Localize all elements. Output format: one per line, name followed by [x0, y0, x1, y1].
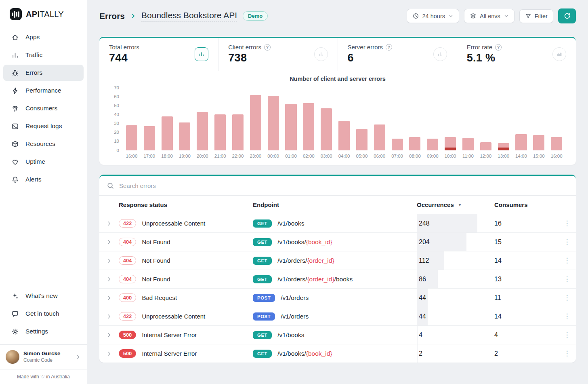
apitally-logo[interactable]: APITALLY: [0, 0, 87, 28]
chart-bar[interactable]: [176, 88, 194, 150]
column-consumers[interactable]: Consumers: [494, 201, 558, 208]
y-axis-label: 40: [114, 112, 119, 117]
sidebar-item-consumers[interactable]: Consumers: [3, 100, 84, 116]
status-code-badge: 404: [119, 238, 136, 246]
chart-bar[interactable]: [158, 88, 176, 150]
chart-bar[interactable]: [317, 88, 335, 150]
table-row[interactable]: 404 Not Found GET /v1/orders/{order_id}/…: [99, 270, 576, 288]
x-axis-label: 14:00: [512, 154, 530, 158]
sidebar-item-get-in-touch[interactable]: Get in touch: [3, 306, 84, 322]
table-row[interactable]: 500 Internal Server Error GET /v1/books/…: [99, 344, 576, 363]
help-icon[interactable]: ?: [386, 44, 392, 51]
errors-overview-card: Total errors 744 Client errors? 738 Serv…: [99, 37, 576, 165]
x-axis-label: 16:00: [123, 154, 141, 158]
search-input[interactable]: [119, 182, 569, 189]
x-axis-label: 04:00: [335, 154, 353, 158]
chart-bar[interactable]: [193, 88, 211, 150]
stat-client-errors[interactable]: Client errors? 738: [218, 38, 337, 71]
sidebar-item-request-logs[interactable]: Request logs: [3, 118, 84, 134]
column-endpoint[interactable]: Endpoint: [253, 201, 417, 208]
expand-chevron-icon[interactable]: [106, 239, 112, 245]
chart-bar[interactable]: [477, 88, 495, 150]
expand-chevron-icon[interactable]: [106, 257, 112, 264]
chart-bar[interactable]: [265, 88, 282, 150]
stat-total-errors[interactable]: Total errors 744: [99, 38, 218, 71]
expand-chevron-icon[interactable]: [106, 220, 112, 227]
stat-server-errors[interactable]: Server errors? 6: [338, 38, 457, 71]
stat-error-rate[interactable]: Error rate? 5.1 %: [457, 38, 576, 71]
status-text: Unprocessable Content: [142, 220, 205, 227]
sidebar-item-alerts[interactable]: Alerts: [3, 171, 84, 188]
breadcrumb-errors[interactable]: Errors: [99, 11, 125, 21]
chart-bar[interactable]: [495, 88, 512, 150]
sidebar-item-uptime[interactable]: Uptime: [3, 154, 84, 170]
sidebar-spacer: [0, 188, 87, 287]
chart-bar[interactable]: [123, 88, 141, 150]
x-axis-label: 16:00: [548, 154, 565, 158]
kebab-menu-icon[interactable]: ⋮: [564, 238, 571, 245]
expand-chevron-icon[interactable]: [106, 313, 112, 320]
endpoint-path: /v1/orders: [281, 313, 309, 320]
help-icon[interactable]: ?: [495, 44, 502, 51]
sidebar-item-settings[interactable]: Settings: [3, 323, 84, 340]
search-icon: [107, 182, 114, 190]
chart-plot-area: 16:0017:0018:0019:0020:0021:0022:0023:00…: [123, 88, 565, 158]
chart-bar[interactable]: [459, 88, 477, 150]
chart-bar[interactable]: [353, 88, 371, 150]
kebab-menu-icon[interactable]: ⋮: [564, 331, 571, 338]
sidebar-item-resources[interactable]: Resources: [3, 136, 84, 152]
chart-bar[interactable]: [388, 88, 406, 150]
column-occurrences[interactable]: Occurrences▾: [417, 196, 494, 214]
sidebar-item-performance[interactable]: Performance: [3, 82, 84, 99]
sidebar-item-traffic[interactable]: Traffic: [3, 47, 84, 63]
kebab-menu-icon[interactable]: ⋮: [564, 350, 571, 357]
expand-chevron-icon[interactable]: [106, 295, 112, 301]
table-row[interactable]: 404 Not Found GET /v1/orders/{order_id} …: [99, 251, 576, 270]
chart-bar[interactable]: [229, 88, 247, 150]
expand-chevron-icon[interactable]: [106, 350, 112, 357]
column-response-status[interactable]: Response status: [119, 201, 253, 208]
kebab-menu-icon[interactable]: ⋮: [564, 294, 571, 301]
expand-chevron-icon[interactable]: [106, 276, 112, 283]
sidebar-item-apps[interactable]: Apps: [3, 29, 84, 45]
chart-bar[interactable]: [441, 88, 459, 150]
table-row[interactable]: 404 Not Found GET /v1/books/{book_id} 20…: [99, 232, 576, 251]
sidebar-item-label: What's new: [25, 292, 58, 300]
sidebar-item-label: Uptime: [25, 158, 45, 165]
expand-chevron-icon[interactable]: [106, 332, 112, 338]
chevron-right-icon: [75, 354, 81, 360]
chart-bar[interactable]: [512, 88, 530, 150]
chart-bar[interactable]: [335, 88, 353, 150]
x-axis-label: 10:00: [441, 154, 459, 158]
refresh-button[interactable]: [558, 8, 576, 23]
chart-bar[interactable]: [141, 88, 158, 150]
kebab-menu-icon[interactable]: ⋮: [564, 276, 571, 283]
table-row[interactable]: 400 Bad Request POST /v1/orders 44 11 ⋮: [99, 288, 576, 307]
endpoint-path: /v1/books: [277, 220, 304, 227]
chart-bar[interactable]: [424, 88, 441, 150]
table-row[interactable]: 500 Internal Server Error GET /v1/books …: [99, 325, 576, 344]
status-code-badge: 404: [119, 275, 136, 283]
chart-bar[interactable]: [406, 88, 424, 150]
help-icon[interactable]: ?: [264, 44, 271, 51]
table-row[interactable]: 422 Unprocessable Content POST /v1/order…: [99, 307, 576, 325]
sidebar-item-what-s-new[interactable]: What's new: [3, 288, 84, 304]
user-menu[interactable]: Simon Gurcke Cosmic Code: [0, 344, 87, 369]
sidebar-item-errors[interactable]: Errors: [3, 65, 84, 81]
chart-bar[interactable]: [300, 88, 317, 150]
chart-bar[interactable]: [530, 88, 548, 150]
filter-button[interactable]: Filter: [519, 9, 553, 23]
table-row[interactable]: 422 Unprocessable Content GET /v1/books …: [99, 214, 576, 232]
kebab-menu-icon[interactable]: ⋮: [564, 220, 571, 227]
chart-bar[interactable]: [282, 88, 300, 150]
kebab-menu-icon[interactable]: ⋮: [564, 313, 571, 320]
chart-bar[interactable]: [548, 88, 565, 150]
chart-plot: [123, 88, 565, 150]
chart-bar[interactable]: [371, 88, 388, 150]
time-range-select[interactable]: 24 hours: [407, 9, 459, 23]
chart-bar[interactable]: [211, 88, 229, 150]
env-select[interactable]: All envs: [464, 9, 514, 23]
chart-bar[interactable]: [247, 88, 265, 150]
breadcrumb-api-name[interactable]: Boundless Bookstore API: [141, 11, 237, 21]
kebab-menu-icon[interactable]: ⋮: [564, 257, 571, 264]
